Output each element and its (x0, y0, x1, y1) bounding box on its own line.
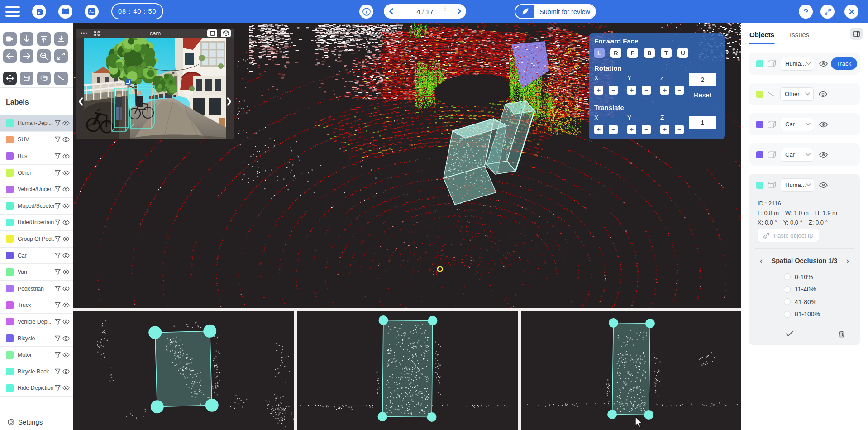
visibility-icon[interactable] (62, 352, 70, 358)
object-visibility-toggle[interactable] (819, 91, 827, 97)
object-visibility-toggle[interactable] (819, 121, 828, 128)
docs-button[interactable] (58, 5, 72, 19)
attribute-prev-icon[interactable]: ‹ (760, 258, 763, 264)
rotation-y-minus-button[interactable]: − (642, 86, 651, 95)
label-item-other[interactable]: Other (0, 165, 73, 182)
visibility-icon[interactable] (62, 369, 70, 374)
visibility-icon[interactable] (62, 302, 70, 308)
object-card-2[interactable]: Other (749, 83, 860, 105)
object-category-dropdown[interactable]: Other (780, 87, 814, 101)
rotation-step-input[interactable]: 2 (689, 73, 716, 86)
filter-icon[interactable] (55, 319, 61, 325)
label-item-truck[interactable]: Truck (0, 297, 73, 314)
info-button[interactable] (359, 5, 373, 19)
camera-3d-button[interactable] (221, 29, 231, 37)
visibility-icon[interactable] (62, 186, 70, 192)
visibility-icon[interactable] (62, 137, 70, 142)
label-item-bus[interactable]: Bus (0, 148, 73, 165)
tool-move-button[interactable] (3, 72, 17, 85)
tool-arrow-down-button[interactable] (20, 32, 33, 46)
confirm-button[interactable] (786, 330, 794, 338)
next-frame-button[interactable] (452, 4, 466, 19)
face-button-t[interactable]: T (661, 48, 672, 58)
visibility-icon[interactable] (62, 269, 70, 275)
frame-counter[interactable]: 4 / 17 ⋮ (398, 4, 452, 19)
collapse-panel-button[interactable] (850, 28, 863, 40)
translate-z-plus-button[interactable]: + (660, 125, 669, 134)
radio-option-11-40pct[interactable]: 11-40% (784, 283, 860, 296)
translate-step-input[interactable]: 1 (689, 116, 716, 129)
fullscreen-button[interactable] (820, 5, 835, 19)
tool-arrow-down-to-line-button[interactable] (54, 32, 68, 46)
object-card-4[interactable]: Car (749, 143, 860, 166)
visibility-icon[interactable] (62, 236, 70, 242)
help-button[interactable] (799, 5, 813, 19)
filter-icon[interactable] (55, 219, 61, 225)
visibility-icon[interactable] (62, 253, 70, 258)
object-card-3[interactable]: Car (749, 113, 860, 135)
tool-arrow-left-button[interactable] (3, 49, 17, 63)
rotation-z-minus-button[interactable]: − (675, 86, 684, 95)
filter-icon[interactable] (55, 153, 61, 159)
label-item-car[interactable]: Car (0, 248, 73, 264)
visibility-icon[interactable] (62, 153, 70, 159)
rotation-x-plus-button[interactable]: + (594, 86, 603, 95)
filter-icon[interactable] (55, 352, 61, 358)
label-item-bicycle-rack[interactable]: Bicycle Rack (0, 363, 73, 380)
filter-icon[interactable] (55, 136, 61, 143)
visibility-icon[interactable] (62, 170, 70, 176)
tool-curve-button[interactable] (54, 72, 68, 85)
visibility-icon[interactable] (819, 121, 828, 128)
expand-icon[interactable] (94, 31, 100, 36)
visibility-icon[interactable] (62, 319, 70, 325)
visibility-icon[interactable] (819, 152, 828, 158)
tool-expand-button[interactable] (54, 49, 68, 63)
filter-icon[interactable] (55, 186, 61, 192)
object-card-1[interactable]: Huma...Track (749, 53, 860, 75)
label-item-suv[interactable]: SUV (0, 132, 73, 148)
translate-x-minus-button[interactable]: − (609, 125, 618, 134)
tool-zoom-out-button[interactable] (37, 49, 51, 63)
visibility-icon[interactable] (819, 61, 828, 67)
tool-cuboid-batch-button[interactable] (37, 72, 51, 85)
more-options-icon[interactable]: ••• (81, 32, 88, 35)
camera-view-toggle-button[interactable] (207, 29, 217, 37)
label-item-bicycle[interactable]: Bicycle (0, 330, 73, 347)
filter-icon[interactable] (55, 269, 61, 275)
face-button-l[interactable]: L (594, 48, 605, 58)
attribute-next-icon[interactable]: › (846, 258, 849, 264)
settings-button[interactable]: Settings (7, 418, 43, 426)
object-category-dropdown[interactable]: Car (781, 148, 814, 162)
ortho-view-top[interactable] (73, 311, 295, 430)
camera-image[interactable] (84, 38, 226, 139)
track-button[interactable]: Track (831, 57, 857, 70)
frame-menu-icon[interactable]: ⋮ (442, 7, 448, 10)
rotation-y-plus-button[interactable]: + (627, 86, 636, 95)
label-item-vehicle-uncer[interactable]: Vehicle/Uncer... (0, 181, 73, 198)
face-button-u[interactable]: U (677, 48, 688, 58)
visibility-icon[interactable] (62, 220, 70, 225)
tab-issues[interactable]: Issues (790, 31, 809, 38)
translate-z-minus-button[interactable]: − (675, 125, 684, 134)
close-button[interactable] (844, 5, 858, 19)
label-item-vehicle-depi[interactable]: Vehicle-Depi... (0, 314, 73, 330)
object-category-dropdown[interactable]: Car (781, 118, 814, 131)
rotation-x-minus-button[interactable]: − (609, 86, 618, 95)
tool-arrow-up-to-line-button[interactable] (37, 32, 51, 46)
filter-icon[interactable] (55, 335, 61, 342)
terminal-button[interactable] (85, 5, 99, 19)
label-item-motor[interactable]: Motor (0, 347, 73, 363)
translate-y-plus-button[interactable]: + (627, 125, 636, 134)
label-item-moped-scooter[interactable]: Moped/Scooter (0, 198, 73, 215)
visibility-icon[interactable] (62, 336, 70, 341)
visibility-icon[interactable] (819, 91, 827, 97)
translate-x-plus-button[interactable]: + (594, 125, 603, 134)
label-item-human-depi[interactable]: Human-Depi... (0, 115, 73, 132)
object-category-dropdown[interactable]: Huma... (781, 178, 814, 192)
prev-frame-button[interactable] (384, 4, 398, 19)
visibility-icon[interactable] (62, 385, 70, 391)
reset-button[interactable]: Reset (689, 91, 716, 99)
object-category-dropdown[interactable]: Huma... (781, 57, 814, 71)
paste-object-id-button[interactable]: Paste object ID (758, 229, 819, 242)
filter-icon[interactable] (55, 385, 61, 391)
